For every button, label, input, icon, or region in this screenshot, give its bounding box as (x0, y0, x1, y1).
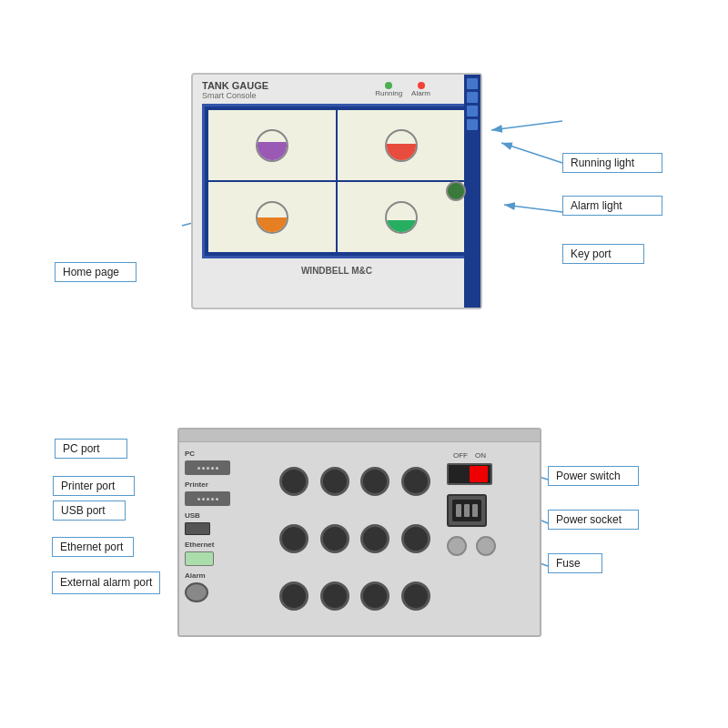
console-sub-title: Smart Console (202, 91, 471, 100)
top-section: TANK GAUGE Smart Console Running Alarm (0, 55, 728, 364)
rocker-on-indicator (470, 466, 488, 482)
printer-port-label: Printer port (53, 476, 135, 496)
panel-content: PC Printer (179, 442, 540, 635)
round-port-3 (360, 467, 389, 496)
ethernet-port-group: Ethernet (185, 541, 265, 566)
running-light-dot (385, 82, 392, 89)
tank-1 (256, 129, 288, 162)
round-port-12 (401, 581, 430, 611)
panel-left-ports: PC Printer (179, 442, 270, 635)
round-port-4 (401, 467, 430, 496)
bottom-section: PC Printer (0, 391, 728, 719)
power-socket-label: Power socket (548, 510, 639, 530)
pc-port-group: PC (185, 450, 265, 475)
pc-connector (185, 460, 230, 475)
round-port-10 (320, 581, 349, 611)
home-page-label: Home page (55, 262, 136, 282)
screen-quad-2 (338, 110, 465, 180)
tank-gauge-console: TANK GAUGE Smart Console Running Alarm (191, 73, 482, 309)
printer-connector (185, 491, 230, 506)
panel-middle-ports (270, 442, 440, 635)
alarm-port-group: Alarm (185, 571, 265, 602)
alarm-light-indicator: Alarm (411, 82, 430, 97)
fuse-2 (476, 536, 496, 556)
running-light-indicator: Running (375, 82, 402, 97)
tank-2 (385, 129, 418, 162)
panel-strip (179, 430, 540, 442)
sidebar-btn-4[interactable] (467, 119, 478, 130)
sidebar-btn-1[interactable] (467, 78, 478, 89)
fuse-1 (447, 536, 467, 556)
round-port-2 (320, 467, 349, 496)
screen-quad-1 (208, 110, 336, 180)
screen-sidebar (464, 75, 480, 308)
round-port-9 (279, 581, 308, 611)
sidebar-btn-2[interactable] (467, 92, 478, 103)
alarm-light-label: Alarm light (562, 196, 662, 216)
console-header: TANK GAUGE Smart Console (193, 75, 480, 102)
round-port-7 (360, 524, 389, 553)
round-port-1 (279, 467, 308, 496)
tank-4 (385, 201, 418, 234)
manufacturer-label: WINDBELL M&C (193, 264, 480, 278)
console-lights: Running Alarm (375, 82, 430, 97)
ethernet-connector (185, 551, 214, 566)
external-alarm-port-label: External alarm port (52, 571, 160, 594)
ethernet-port-label: Ethernet port (52, 537, 134, 557)
pc-port-label: PC port (55, 439, 127, 459)
round-port-11 (360, 581, 389, 611)
fuse-label: Fuse (548, 553, 602, 573)
key-port-button[interactable] (446, 181, 466, 201)
sidebar-btn-3[interactable] (467, 106, 478, 116)
running-light-label: Running light (562, 153, 662, 173)
round-port-8 (401, 524, 430, 553)
alarm-connector (185, 582, 208, 602)
power-socket-iec (447, 494, 487, 527)
panel-right-power: OFF ON (440, 442, 540, 635)
key-port-label: Key port (562, 244, 644, 264)
tank-3 (256, 201, 288, 234)
usb-port-group: USB (185, 511, 265, 535)
back-panel: PC Printer (177, 428, 541, 637)
round-port-5 (279, 524, 308, 553)
power-switch-label: Power switch (548, 466, 639, 486)
console-screen (202, 104, 471, 258)
round-port-6 (320, 524, 349, 553)
usb-connector (185, 522, 210, 535)
power-switch-area: OFF ON (447, 451, 492, 485)
power-switch-rocker[interactable] (447, 463, 492, 485)
console-brand-title: TANK GAUGE (202, 80, 471, 91)
printer-port-group: Printer (185, 480, 265, 506)
screen-quad-3 (208, 182, 336, 252)
alarm-light-dot (418, 82, 425, 89)
fuse-area (447, 536, 496, 556)
usb-port-label: USB port (53, 500, 126, 521)
